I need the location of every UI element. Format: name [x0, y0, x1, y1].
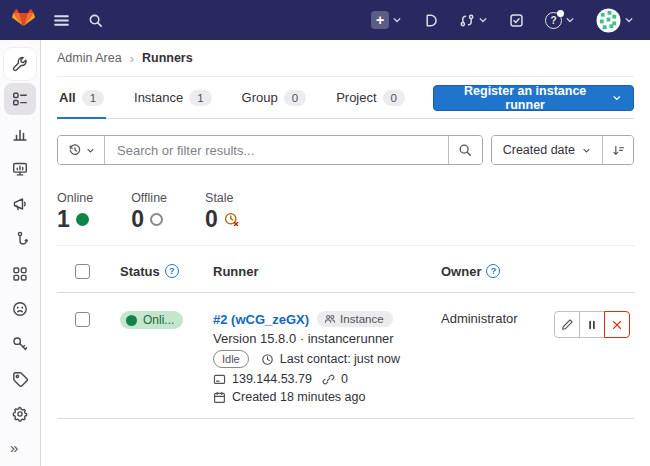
- tab-instance[interactable]: Instance 1: [132, 77, 214, 118]
- runner-type-tabs: All 1 Instance 1 Group 0 Project 0: [57, 77, 634, 119]
- stale-clock-icon: [224, 212, 239, 227]
- tanuki-icon: [12, 9, 35, 31]
- sidebar-item-messages[interactable]: [4, 188, 36, 220]
- sort-by-dropdown[interactable]: Created date: [492, 136, 602, 164]
- sidebar-item-hooks[interactable]: [4, 223, 36, 255]
- bullhorn-icon: [12, 196, 28, 212]
- sidebar-item-labels[interactable]: [4, 363, 36, 395]
- new-menu-button[interactable]: +: [369, 9, 404, 31]
- admin-sidebar: »: [0, 40, 41, 466]
- chevron-down-icon: [612, 93, 622, 103]
- plus-icon: +: [371, 11, 389, 29]
- breadcrumb: Admin Area › Runners: [57, 40, 634, 77]
- sidebar-item-applications[interactable]: [4, 258, 36, 290]
- sidebar-item-admin[interactable]: [4, 48, 36, 80]
- todos-icon[interactable]: [507, 11, 526, 30]
- runner-ip: 139.144.53.79: [232, 372, 312, 386]
- table-header: Status ? Runner Owner ?: [57, 246, 634, 293]
- sidebar-item-analytics[interactable]: [4, 118, 36, 150]
- runner-summary-cell: #2 (wCG_zeGX) Instance Version 15.8.0 · …: [213, 311, 441, 404]
- chevron-down-icon: [565, 15, 575, 25]
- bar-chart-icon: [12, 126, 28, 142]
- search-input[interactable]: [105, 136, 448, 164]
- online-dot-icon: [126, 315, 137, 326]
- runner-usage-count: 0: [341, 372, 348, 386]
- sort-direction-button[interactable]: [602, 136, 633, 164]
- runner-link[interactable]: #2 (wCG_zeGX): [213, 312, 309, 327]
- stat-online: Online 1: [57, 191, 93, 231]
- issues-icon[interactable]: [421, 11, 440, 30]
- tab-group[interactable]: Group 0: [240, 77, 309, 118]
- runner-column-header: Runner: [213, 264, 441, 279]
- tab-project[interactable]: Project 0: [334, 77, 407, 118]
- row-checkbox[interactable]: [75, 312, 90, 327]
- sidebar-collapse-button[interactable]: »: [10, 439, 18, 456]
- offline-status-icon: [150, 213, 163, 226]
- tab-all-count: 1: [82, 90, 104, 106]
- search-history-button[interactable]: [58, 136, 105, 164]
- hook-icon: [12, 231, 28, 247]
- runner-stats: Online 1 Offline 0 Stale 0: [57, 191, 634, 246]
- sidebar-item-overview[interactable]: [4, 83, 36, 115]
- gitlab-logo[interactable]: [10, 7, 37, 33]
- filtered-search: [57, 135, 483, 165]
- label-tag-icon: [12, 371, 28, 387]
- owner-help-icon[interactable]: ?: [486, 264, 500, 278]
- close-x-icon: [611, 319, 623, 331]
- status-column-header: Status ?: [120, 264, 213, 279]
- status-help-icon[interactable]: ?: [165, 264, 179, 278]
- tab-group-count: 0: [284, 90, 306, 106]
- avatar-identicon: [596, 8, 621, 33]
- online-status-icon: [76, 213, 89, 226]
- register-instance-runner-button[interactable]: Register an instance runner: [433, 85, 634, 111]
- sidebar-item-abuse-reports[interactable]: [4, 293, 36, 325]
- idle-badge: Idle: [213, 350, 249, 368]
- tab-instance-count: 1: [189, 90, 211, 106]
- sidebar-item-deploy-keys[interactable]: [4, 328, 36, 360]
- stat-offline: Offline 0: [131, 191, 167, 231]
- calendar-icon: [213, 391, 226, 404]
- delete-runner-button[interactable]: [604, 311, 630, 338]
- merge-requests-icon[interactable]: [457, 11, 490, 30]
- applications-grid-icon: [12, 266, 28, 282]
- sidebar-item-monitoring[interactable]: [4, 153, 36, 185]
- key-icon: [12, 336, 28, 352]
- breadcrumb-admin-area[interactable]: Admin Area: [57, 51, 122, 65]
- hamburger-menu-icon[interactable]: [51, 10, 72, 31]
- pause-runner-button[interactable]: [579, 311, 605, 338]
- settings-gear-icon: [12, 406, 28, 422]
- users-icon: [324, 313, 336, 325]
- help-menu-button[interactable]: ?: [543, 10, 577, 31]
- chevron-down-icon: [582, 146, 591, 155]
- frown-face-icon: [12, 301, 28, 317]
- runner-version: Version 15.8.0 · instancerunner: [213, 331, 441, 346]
- runner-actions: [554, 311, 634, 338]
- sort-control: Created date: [491, 135, 634, 165]
- chevron-down-icon: [392, 15, 402, 25]
- search-icon[interactable]: [86, 11, 105, 30]
- top-navbar: + ?: [0, 0, 650, 40]
- sidebar-item-settings[interactable]: [4, 398, 36, 430]
- runner-table-row: Onli... #2 (wCG_zeGX) Instance Version 1…: [57, 293, 634, 419]
- owner-column-header: Owner ?: [441, 264, 554, 279]
- pencil-icon: [561, 318, 574, 331]
- pause-icon: [586, 319, 598, 331]
- history-clock-icon: [68, 143, 82, 157]
- double-chevron-right-icon: »: [10, 439, 18, 456]
- search-submit-button[interactable]: [448, 136, 482, 164]
- select-all-checkbox[interactable]: [75, 264, 90, 279]
- chevron-down-icon: [86, 146, 95, 155]
- user-avatar[interactable]: [594, 6, 636, 35]
- main-content: Admin Area › Runners All 1 Instance 1: [41, 40, 650, 466]
- runner-type-badge: Instance: [317, 311, 392, 327]
- monitor-icon: [12, 161, 28, 177]
- link-icon: [322, 373, 335, 386]
- status-badge: Onli...: [120, 311, 183, 329]
- breadcrumb-separator: ›: [130, 51, 134, 66]
- owner-link[interactable]: Administrator: [441, 311, 518, 326]
- host-icon: [213, 373, 226, 386]
- tab-project-count: 0: [383, 90, 405, 106]
- tab-all[interactable]: All 1: [57, 77, 106, 118]
- edit-runner-button[interactable]: [554, 311, 580, 338]
- breadcrumb-current: Runners: [142, 51, 193, 65]
